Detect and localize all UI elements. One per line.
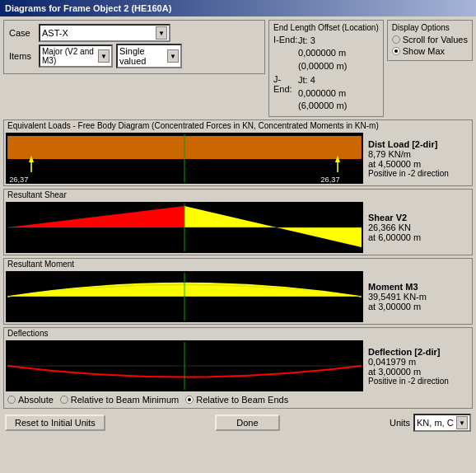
deflection-title: Deflections bbox=[4, 328, 472, 339]
i-jt: Jt: 3 bbox=[298, 35, 347, 47]
dist-load-canvas: 26,37 26,37 bbox=[6, 133, 363, 184]
dist-load-values: Dist Load [2-dir] 8,79 KN/m at 4,50000 m… bbox=[365, 131, 472, 185]
showmax-radio[interactable] bbox=[392, 47, 400, 55]
units-label: Units bbox=[390, 418, 410, 428]
i-end-row: I-End: Jt: 3 0,000000 m (0,00000 m) bbox=[273, 35, 379, 73]
relative-min-radio-row[interactable]: Relative to Beam Minimum bbox=[60, 395, 179, 405]
moment-canvas bbox=[6, 271, 363, 322]
svg-marker-8 bbox=[7, 206, 184, 227]
j-val1: 0,000000 m bbox=[298, 87, 347, 100]
shear-title: Resultant Shear bbox=[4, 190, 472, 200]
units-block: Units KN, m, C ▼ bbox=[390, 414, 471, 432]
shear-val2: at 6,00000 m bbox=[368, 232, 469, 242]
svg-text:26,37: 26,37 bbox=[9, 176, 28, 184]
relative-ends-radio[interactable] bbox=[185, 396, 194, 404]
shear-canvas bbox=[6, 202, 363, 253]
i-end-label: I-End: bbox=[273, 35, 298, 44]
showmax-dot bbox=[394, 49, 398, 53]
j-val2: (6,00000 m) bbox=[298, 100, 347, 112]
items-single-arrow[interactable]: ▼ bbox=[167, 49, 179, 63]
bottom-bar: Reset to Initial Units Done Units KN, m,… bbox=[3, 411, 473, 434]
dist-load-value-title: Dist Load [2-dir] bbox=[368, 139, 469, 149]
items-type-arrow[interactable]: ▼ bbox=[98, 49, 110, 63]
window-title: Diagrams for Frame Object 2 (HE160A) bbox=[5, 3, 171, 13]
moment-values: Moment M3 39,5491 KN-m at 3,00000 m bbox=[365, 269, 472, 324]
svg-text:26,37: 26,37 bbox=[320, 176, 339, 184]
deflection-value-title: Deflection [2-dir] bbox=[368, 347, 469, 357]
absolute-label: Absolute bbox=[18, 395, 54, 405]
case-dropdown-arrow[interactable]: ▼ bbox=[156, 26, 167, 40]
relative-min-label: Relative to Beam Minimum bbox=[71, 395, 179, 405]
j-end-values: Jt: 4 0,000000 m (6,00000 m) bbox=[298, 74, 347, 112]
dist-load-panel: Equivalent Loads - Free Body Diagram (Co… bbox=[3, 119, 473, 186]
i-val1: 0,000000 m bbox=[298, 47, 347, 59]
shear-values: Shear V2 26,366 KN at 6,00000 m bbox=[365, 200, 472, 255]
moment-value-title: Moment M3 bbox=[368, 282, 469, 292]
display-options-block: Display Options Scroll for Values Show M… bbox=[387, 20, 473, 61]
scroll-radio[interactable] bbox=[392, 35, 400, 44]
end-length-title: End Length Offset (Location) bbox=[273, 23, 379, 32]
deflection-val3: Positive in -2 direction bbox=[368, 377, 469, 386]
deflection-radios: Absolute Relative to Beam Minimum Relati… bbox=[4, 393, 472, 408]
dist-load-svg: 26,37 26,37 bbox=[6, 133, 363, 184]
j-end-label: J-End: bbox=[273, 74, 298, 94]
deflection-panel: Deflections Deflection [2-dir] 0,041979 … bbox=[3, 327, 473, 409]
shear-panel: Resultant Shear Shear V2 26,366 KN at 6,… bbox=[3, 189, 473, 255]
units-value: KN, m, C bbox=[417, 418, 455, 428]
main-window: Case AST-X ▼ Items Major (V2 and M3) ▼ S… bbox=[0, 16, 476, 473]
items-single-combo[interactable]: Single valued ▼ bbox=[116, 44, 182, 68]
shear-val1: 26,366 KN bbox=[368, 222, 469, 232]
reset-button[interactable]: Reset to Initial Units bbox=[5, 414, 105, 431]
units-arrow[interactable]: ▼ bbox=[456, 416, 468, 429]
done-button[interactable]: Done bbox=[215, 414, 279, 431]
case-row: Case AST-X ▼ bbox=[9, 24, 259, 42]
dist-load-val1: 8,79 KN/m bbox=[368, 149, 469, 159]
relative-ends-label: Relative to Beam Ends bbox=[196, 395, 288, 405]
display-options-title: Display Options bbox=[392, 23, 468, 32]
moment-val1: 39,5491 KN-m bbox=[368, 292, 469, 302]
relative-min-radio[interactable] bbox=[60, 396, 68, 404]
scroll-label: Scroll for Values bbox=[403, 35, 468, 44]
deflection-val2: at 3,00000 m bbox=[368, 367, 469, 377]
i-val2: (0,00000 m) bbox=[298, 60, 347, 73]
deflection-canvas bbox=[6, 340, 363, 391]
showmax-radio-row[interactable]: Show Max bbox=[392, 46, 468, 56]
items-row: Items Major (V2 and M3) ▼ Single valued … bbox=[9, 44, 259, 68]
dist-load-val3: Positive in -2 direction bbox=[368, 169, 469, 178]
top-controls: Case AST-X ▼ Items Major (V2 and M3) ▼ S… bbox=[3, 20, 473, 117]
moment-panel: Resultant Moment Moment M3 39, bbox=[3, 258, 473, 325]
case-combo[interactable]: AST-X ▼ bbox=[39, 24, 170, 42]
deflection-values: Deflection [2-dir] 0,041979 m at 3,00000… bbox=[365, 339, 472, 393]
j-jt: Jt: 4 bbox=[298, 74, 347, 87]
relative-ends-radio-row[interactable]: Relative to Beam Ends bbox=[185, 395, 288, 405]
scroll-radio-row[interactable]: Scroll for Values bbox=[392, 35, 468, 44]
j-end-row: J-End: Jt: 4 0,000000 m (6,00000 m) bbox=[273, 74, 379, 112]
items-single-value: Single valued bbox=[119, 46, 166, 66]
moment-val2: at 3,00000 m bbox=[368, 302, 469, 311]
dist-load-val2: at 4,50000 m bbox=[368, 159, 469, 169]
case-value: AST-X bbox=[42, 28, 154, 38]
items-type-combo[interactable]: Major (V2 and M3) ▼ bbox=[39, 44, 113, 68]
title-bar: Diagrams for Frame Object 2 (HE160A) bbox=[0, 0, 476, 16]
showmax-label: Show Max bbox=[403, 46, 445, 56]
end-length-block: End Length Offset (Location) I-End: Jt: … bbox=[268, 20, 384, 117]
svg-marker-9 bbox=[184, 206, 362, 247]
relative-ends-dot bbox=[188, 398, 191, 401]
dist-load-title: Equivalent Loads - Free Body Diagram (Co… bbox=[4, 120, 472, 131]
moment-title: Resultant Moment bbox=[4, 259, 472, 269]
case-items-block: Case AST-X ▼ Items Major (V2 and M3) ▼ S… bbox=[3, 20, 265, 74]
deflection-svg bbox=[6, 340, 363, 391]
absolute-radio[interactable] bbox=[7, 396, 16, 404]
shear-svg bbox=[6, 202, 363, 253]
units-combo[interactable]: KN, m, C ▼ bbox=[413, 414, 471, 432]
absolute-radio-row[interactable]: Absolute bbox=[7, 395, 54, 405]
deflection-val1: 0,041979 m bbox=[368, 357, 469, 367]
moment-svg bbox=[6, 271, 363, 322]
items-label: Items bbox=[9, 51, 35, 61]
i-end-values: Jt: 3 0,000000 m (0,00000 m) bbox=[298, 35, 347, 73]
shear-value-title: Shear V2 bbox=[368, 213, 469, 222]
items-type-value: Major (V2 and M3) bbox=[42, 47, 96, 65]
case-label: Case bbox=[9, 28, 35, 38]
